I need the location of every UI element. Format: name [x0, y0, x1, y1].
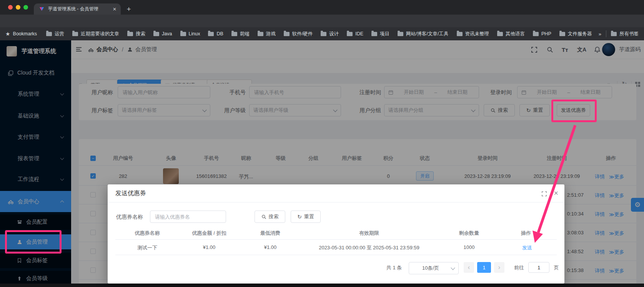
annotation-rect-member-manage [5, 230, 62, 254]
send-link[interactable]: 发送 [522, 244, 532, 251]
refresh-icon: ↻ [297, 214, 302, 220]
divider [606, 30, 606, 37]
bookmarks-bar: ★ Bookmarks 运营 近期需要读的文章 搜索 Java Linux DB… [0, 27, 644, 40]
browser-titlebar: 芋道管理系统 - 会员管理 ✕ + [0, 0, 644, 15]
next-page-button[interactable]: › [494, 262, 504, 273]
folder-icon [127, 32, 133, 36]
tab-title: 芋道管理系统 - 会员管理 [48, 6, 108, 12]
bookmark-folder[interactable]: 前端 [231, 31, 250, 37]
page-size-select[interactable]: 10条/页 [409, 262, 459, 274]
page-viewport: 芋道管理系统 Cloud 开发文档 系统管理 基础设施 支付管理 报表管理 工作… [0, 40, 644, 287]
folder-icon [457, 32, 463, 36]
modal-column-header: 最低消费 [247, 230, 293, 237]
bookmarks-overflow-icon[interactable]: » [599, 31, 601, 37]
modal-cell-validity: 2023-05-31 00:00:00 至 2025-05-31 23:59:5… [292, 244, 446, 251]
folder-icon [180, 32, 186, 36]
traffic-light-minimize[interactable] [16, 5, 20, 10]
prev-page-button[interactable]: ‹ [464, 262, 474, 273]
annotation-rect-send-coupon [551, 100, 597, 122]
browser-tab[interactable]: 芋道管理系统 - 会员管理 ✕ [34, 3, 121, 15]
bookmark-folder[interactable]: 资讯未整理 [457, 31, 489, 37]
folder-icon [72, 32, 78, 36]
folder-icon [321, 32, 326, 36]
bookmark-folder[interactable]: 搜索 [127, 31, 145, 37]
coupon-name-label: 优惠券名称 [116, 213, 148, 221]
modal-fullscreen-icon[interactable] [541, 191, 547, 197]
all-bookmarks[interactable]: 所有书签 [611, 31, 639, 37]
bookmarks-star-icon: ★ [5, 31, 10, 37]
folder-icon [611, 32, 617, 36]
bookmark-folder[interactable]: 项目 [371, 31, 389, 37]
bookmark-folder[interactable]: 设计 [321, 31, 339, 37]
folder-icon [398, 32, 403, 36]
window-bottom-edge [0, 284, 644, 287]
current-page-button[interactable]: 1 [477, 262, 491, 273]
new-tab-button[interactable]: + [124, 4, 134, 14]
folder-icon [371, 32, 377, 36]
browser-toolbar: ← → ↻ ⌂ ⓘ 127.0.0.1/member/user ☆ 6 ✻ 5 … [0, 15, 644, 27]
modal-title: 发送优惠券 [115, 189, 146, 197]
modal-close-icon[interactable]: ✕ [554, 190, 559, 197]
tab-close-icon[interactable]: ✕ [113, 7, 116, 12]
bookmark-folder[interactable]: 网站/博客/文章/工具 [398, 31, 448, 37]
modal-column-header: 优惠金额 / 折扣 [182, 230, 236, 237]
modal-search-button[interactable]: 搜索 [255, 211, 285, 223]
tab-favicon [39, 6, 45, 12]
bookmark-folder[interactable]: DB [208, 31, 223, 36]
modal-column-header: 剩余数量 [446, 230, 492, 237]
folder-icon [208, 32, 214, 36]
modal-column-header: 操作 [511, 230, 541, 237]
folder-icon [347, 32, 353, 36]
modal-reset-button[interactable]: ↻ 重置 [291, 211, 321, 223]
coupon-name-input[interactable] [150, 211, 226, 223]
bookmark-folder[interactable]: 游戏 [258, 31, 276, 37]
goto-label: 前往 [511, 264, 527, 271]
divider [115, 239, 557, 240]
bookmarks-manager[interactable]: ★ Bookmarks [5, 31, 37, 37]
modal-cell-remaining: 1000 [446, 244, 492, 250]
bookmark-folder[interactable]: Java [153, 31, 172, 36]
folder-icon [284, 32, 290, 36]
pagination-total: 共 1 条 [383, 264, 406, 271]
folder-icon [258, 32, 263, 36]
goto-page-input[interactable] [528, 262, 549, 273]
folder-icon [153, 32, 159, 36]
traffic-light-close[interactable] [8, 5, 13, 10]
bookmark-folder[interactable]: 近期需要读的文章 [72, 31, 119, 37]
folder-icon [533, 32, 539, 36]
bookmark-folder[interactable]: Linux [180, 31, 200, 36]
bookmark-folder[interactable]: 软件/硬件 [284, 31, 313, 37]
modal-cell-min-spend: ¥1.00 [247, 244, 293, 250]
bookmark-folder[interactable]: IDE [347, 31, 363, 36]
traffic-light-zoom[interactable] [23, 5, 28, 10]
goto-unit: 页 [552, 264, 561, 271]
chevron-down-icon [451, 265, 455, 270]
bookmark-folder[interactable]: 其他语言 [497, 31, 525, 37]
bookmark-folder[interactable]: 文件服务器 [559, 31, 592, 37]
search-icon [261, 214, 266, 219]
divider [115, 255, 557, 255]
bookmark-folder[interactable]: 运营 [46, 31, 64, 37]
folder-icon [497, 32, 503, 36]
modal-cell-coupon-name: 测试一下 [124, 244, 170, 251]
send-coupon-modal: 发送优惠券 ✕ 优惠券名称 搜索 ↻ 重置 优惠券名称 优惠金额 / 折扣 最低… [108, 184, 564, 284]
folder-icon [559, 32, 565, 36]
modal-column-header: 有效期限 [331, 230, 408, 237]
modal-column-header: 优惠券名称 [124, 230, 170, 237]
folder-icon [46, 32, 52, 36]
bookmark-folder[interactable]: PHP [533, 31, 551, 36]
divider [108, 202, 564, 202]
folder-icon [231, 32, 237, 36]
modal-cell-amount: ¥1.00 [182, 244, 236, 250]
